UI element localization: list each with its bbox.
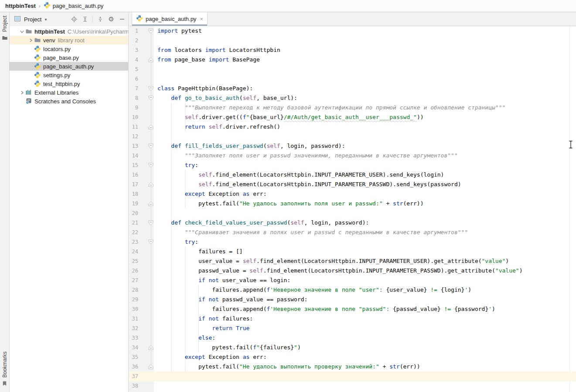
code-line-29[interactable]: if not passwd_value == password: [154, 295, 576, 304]
code-line-28[interactable]: failures.append(f'Неверное значение в по… [154, 285, 576, 295]
code-line-34[interactable]: pytest.fail(f"{failures}") [154, 343, 576, 352]
gear-icon[interactable]: ⚙ [108, 16, 115, 23]
code-line-23[interactable]: try: [154, 237, 576, 247]
line-number[interactable]: 29 [129, 295, 138, 304]
line-number[interactable]: 23 [129, 237, 138, 247]
fold-marker-end-icon[interactable] [148, 364, 153, 369]
code-line-21[interactable]: def check_field_values_user_passwd(self,… [154, 218, 576, 228]
code-line-38[interactable] [154, 381, 576, 391]
code-line-17[interactable]: self.find_element(LocatorsHttpbin.INPUT_… [154, 180, 576, 189]
code-line-18[interactable]: except Exception as err: [154, 189, 576, 199]
line-number[interactable]: 5 [129, 65, 138, 74]
code-line-35[interactable]: except Exception as err: [154, 352, 576, 362]
tree-item-test-httpbin-py[interactable]: test_httpbin.py [10, 79, 128, 88]
line-number[interactable]: 31 [129, 314, 138, 324]
line-number[interactable]: 17 [129, 180, 138, 189]
tab-page-basic-auth[interactable]: page_basic_auth.py × [132, 12, 208, 26]
stripe-project-button[interactable]: Project [0, 16, 9, 42]
hide-icon[interactable] [119, 16, 126, 23]
locate-icon[interactable] [71, 16, 78, 23]
code-line-25[interactable]: user_value = self.find_element(LocatorsH… [154, 256, 576, 266]
code-line-9[interactable]: """Выполняет переход к методу базовой ау… [154, 103, 576, 112]
fold-marker-expanded-icon[interactable] [148, 163, 153, 168]
code-line-4[interactable]: from page_base import BasePage [154, 55, 576, 65]
code-line-37[interactable] [154, 372, 576, 381]
code-line-27[interactable]: if not user_value == login: [154, 276, 576, 285]
breadcrumb-project[interactable]: httpbinTest [5, 3, 36, 9]
code-line-3[interactable]: from locators import LocatorsHttpbin [154, 45, 576, 55]
code-line-15[interactable]: try: [154, 160, 576, 170]
code-line-33[interactable]: else: [154, 333, 576, 343]
line-number[interactable]: 12 [129, 132, 138, 141]
collapse-all-icon[interactable] [97, 16, 104, 23]
line-number[interactable]: 1 [129, 26, 138, 36]
line-number[interactable]: 16 [129, 170, 138, 180]
code-line-13[interactable]: def fill_fields_user_passwd(self, login,… [154, 141, 576, 151]
fold-marker-expanded-icon[interactable] [148, 86, 153, 91]
project-panel-title[interactable]: Project [24, 16, 41, 23]
line-number[interactable]: 8 [129, 93, 138, 103]
line-number[interactable]: 30 [129, 304, 138, 314]
code-line-20[interactable] [154, 208, 576, 218]
close-icon[interactable]: × [200, 16, 203, 22]
code-area[interactable]: import pytestfrom locators import Locato… [154, 26, 576, 392]
line-number[interactable]: 9 [129, 103, 138, 112]
code-line-19[interactable]: pytest.fail("Не удалось заполнить поля u… [154, 199, 576, 208]
line-number[interactable]: 21 [129, 218, 138, 228]
code-line-8[interactable]: def go_to_basic_auth(self, base_url): [154, 93, 576, 103]
fold-marker-expanded-icon[interactable] [148, 95, 153, 101]
line-number[interactable]: 26 [129, 266, 138, 276]
tree-item-page-basic-auth-py[interactable]: page_basic_auth.py [10, 62, 128, 71]
code-line-1[interactable]: import pytest [154, 26, 576, 36]
fold-marker-expanded-icon[interactable] [148, 220, 153, 225]
line-number[interactable]: 15 [129, 160, 138, 170]
chevron-right-icon[interactable] [27, 38, 34, 43]
code-line-32[interactable]: return True [154, 324, 576, 333]
line-number[interactable]: 35 [129, 352, 138, 362]
tree-item-scratches-and-consoles[interactable]: Scratches and Consoles [10, 97, 128, 106]
code-line-5[interactable] [154, 65, 576, 74]
tree-item-external-libraries[interactable]: External Libraries [10, 88, 128, 97]
tree-item-venv[interactable]: venvlibrary root [10, 36, 128, 44]
code-line-36[interactable]: pytest.fail("Не удалось выполнить провер… [154, 362, 576, 372]
code-line-10[interactable]: self.driver.get((f"{base_url}/#/Auth/get… [154, 112, 576, 122]
line-number[interactable]: 7 [129, 84, 138, 93]
code-line-2[interactable] [154, 36, 576, 45]
line-number[interactable]: 2 [129, 36, 138, 45]
fold-marker-expanded-icon[interactable] [148, 28, 153, 34]
tree-item-httpbintest[interactable]: httpbinTestC:\Users\Irinka\PycharmProje [10, 27, 128, 36]
code-line-24[interactable]: failures = [] [154, 247, 576, 256]
code-line-7[interactable]: class PageHttpbin(BasePage): [154, 84, 576, 93]
chevron-down-icon[interactable] [18, 29, 25, 34]
line-number[interactable]: 20 [129, 208, 138, 218]
fold-marker-end-icon[interactable] [148, 124, 153, 130]
tree-item-page-base-py[interactable]: page_base.py [10, 53, 128, 62]
line-number[interactable]: 38 [129, 381, 138, 391]
code-line-11[interactable]: return self.driver.refresh() [154, 122, 576, 132]
tree-item-settings-py[interactable]: settings.py [10, 71, 128, 79]
fold-marker-end-icon[interactable] [148, 182, 153, 187]
fold-marker-expanded-icon[interactable] [148, 239, 153, 245]
fold-marker-end-icon[interactable] [148, 57, 153, 62]
line-number[interactable]: 14 [129, 151, 138, 160]
code-line-31[interactable]: if not failures: [154, 314, 576, 324]
breadcrumb-file[interactable]: page_basic_auth.py [44, 2, 103, 10]
expand-all-icon[interactable] [82, 16, 89, 23]
tree-item-locators-py[interactable]: locators.py [10, 44, 128, 53]
fold-marker-end-icon[interactable] [148, 201, 153, 206]
chevron-down-icon[interactable]: ▾ [44, 17, 47, 22]
line-number[interactable]: 25 [129, 256, 138, 266]
line-number[interactable]: 18 [129, 189, 138, 199]
line-number[interactable]: 24 [129, 247, 138, 256]
line-number[interactable]: 34 [129, 343, 138, 352]
line-number[interactable]: 6 [129, 74, 138, 84]
code-line-22[interactable]: """Сравнивает значения в полях user и pa… [154, 228, 576, 237]
line-number[interactable]: 11 [129, 122, 138, 132]
code-line-16[interactable]: self.find_element(LocatorsHttpbin.INPUT_… [154, 170, 576, 180]
line-number[interactable]: 22 [129, 228, 138, 237]
code-line-12[interactable] [154, 132, 576, 141]
line-number[interactable]: 4 [129, 55, 138, 65]
line-number[interactable]: 36 [129, 362, 138, 372]
fold-marker-end-icon[interactable] [148, 345, 153, 350]
code-line-14[interactable]: """Заполняет поля user и passwd значения… [154, 151, 576, 160]
